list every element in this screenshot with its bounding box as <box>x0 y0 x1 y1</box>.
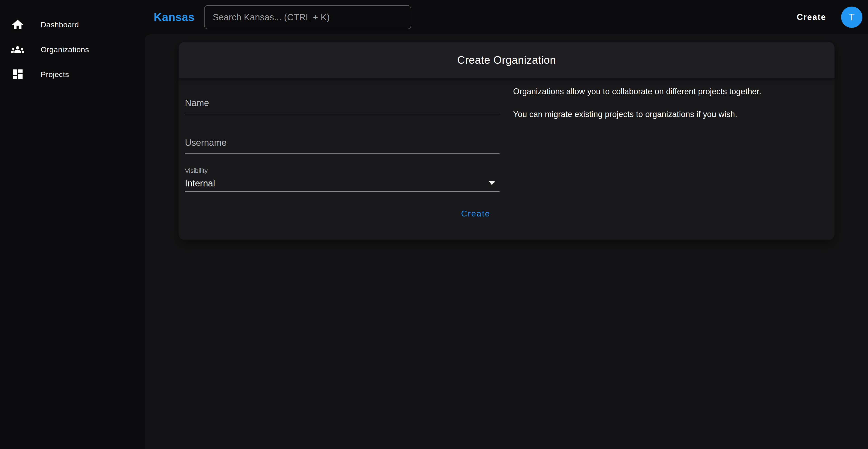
brand-logo[interactable]: Kansas <box>154 11 195 24</box>
form-actions: Create <box>185 204 500 223</box>
card-header: Create Organization <box>179 42 835 78</box>
search-input[interactable] <box>204 5 411 29</box>
card-body: Visibility Internal Create Organizations… <box>179 78 835 240</box>
sidebar-item-label: Dashboard <box>41 20 79 29</box>
create-organization-form: Visibility Internal Create <box>185 78 500 223</box>
create-organization-card: Create Organization Visibility Internal … <box>179 42 835 240</box>
visibility-label: Visibility <box>185 167 500 174</box>
info-paragraph: You can migrate existing projects to org… <box>513 109 825 119</box>
user-avatar[interactable]: T <box>841 6 862 28</box>
dashboard-icon <box>11 68 24 81</box>
search-container <box>204 5 411 29</box>
topbar-create-button[interactable]: Create <box>792 8 832 26</box>
groups-icon <box>11 43 24 56</box>
sidebar-item-label: Organizations <box>41 45 89 54</box>
username-input[interactable] <box>185 138 500 154</box>
sidebar-item-projects[interactable]: Projects <box>0 62 145 87</box>
home-icon <box>11 18 24 31</box>
chevron-down-icon <box>489 181 495 185</box>
sidebar-item-dashboard[interactable]: Dashboard <box>0 12 145 37</box>
sidebar-item-label: Projects <box>41 70 69 79</box>
sidebar-item-organizations[interactable]: Organizations <box>0 37 145 62</box>
info-panel: Organizations allow you to collaborate o… <box>513 87 825 119</box>
visibility-select[interactable]: Visibility Internal <box>185 167 500 192</box>
name-input[interactable] <box>185 98 500 114</box>
sidebar: Dashboard Organizations Projects <box>0 0 145 449</box>
info-paragraph: Organizations allow you to collaborate o… <box>513 87 825 96</box>
visibility-value: Internal <box>185 178 500 188</box>
create-organization-button[interactable]: Create <box>455 204 496 223</box>
main-content: Create Organization Visibility Internal … <box>145 34 868 449</box>
name-field <box>185 98 500 114</box>
card-title: Create Organization <box>457 54 556 66</box>
username-field <box>185 138 500 154</box>
